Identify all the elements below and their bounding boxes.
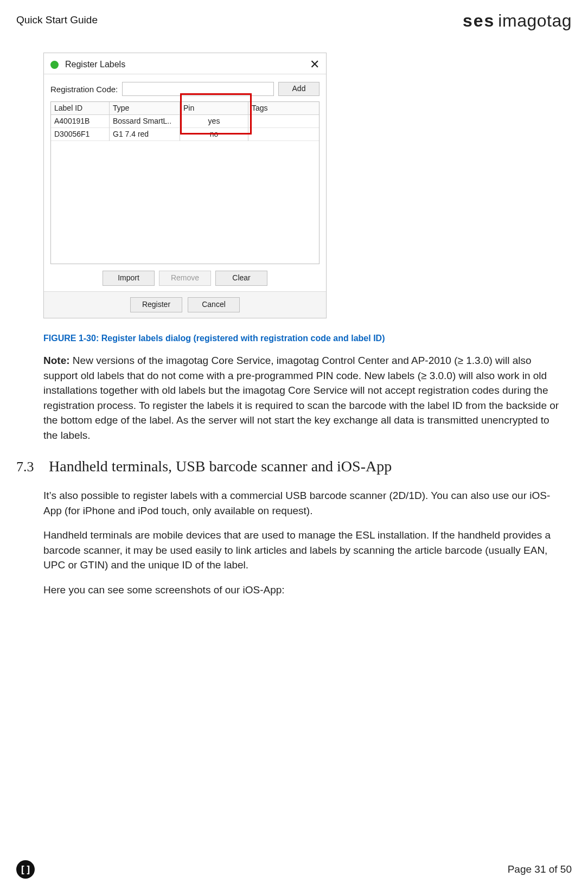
remove-button[interactable]: Remove [159, 271, 211, 286]
section-heading: 7.3 Handheld terminals, USB barcode scan… [43, 458, 566, 475]
col-tags[interactable]: Tags [248, 102, 319, 115]
brand-logo: sesimagotag [463, 11, 572, 31]
note-text: New versions of the imagotag Core Servic… [43, 355, 559, 441]
register-labels-dialog: Register Labels ✕ Registration Code: Add… [43, 53, 327, 318]
logo-ses: ses [463, 11, 495, 30]
body-paragraph: It’s also possible to register labels wi… [43, 488, 566, 518]
note-paragraph: Note: New versions of the imagotag Core … [43, 353, 566, 443]
registration-code-input[interactable] [122, 82, 274, 96]
figure-caption: FIGURE 1-30: Register labels dialog (reg… [43, 334, 566, 343]
table-row[interactable]: A400191B Bossard SmartL.. yes [51, 115, 319, 128]
note-label: Note: [43, 355, 70, 366]
cancel-button[interactable]: Cancel [188, 297, 240, 312]
footer-brackets-icon: [] [16, 860, 35, 879]
section-title: Handheld terminals, USB barcode scanner … [49, 458, 392, 475]
body-paragraph: Here you can see some screenshots of our… [43, 583, 566, 598]
table-row[interactable]: D30056F1 G1 7.4 red no [51, 128, 319, 141]
grid-empty-area [51, 141, 319, 264]
col-label-id[interactable]: Label ID [51, 102, 110, 115]
page-number: Page 31 of 50 [508, 863, 572, 875]
register-button[interactable]: Register [130, 297, 182, 312]
cell-tags [248, 115, 319, 128]
page-content: Register Labels ✕ Registration Code: Add… [16, 53, 572, 598]
cell-type: G1 7.4 red [110, 128, 180, 141]
doc-title: Quick Start Guide [16, 11, 98, 26]
import-button[interactable]: Import [103, 271, 155, 286]
grid-header: Label ID Type Pin Tags [51, 102, 319, 115]
col-pin[interactable]: Pin [180, 102, 248, 115]
labels-grid: Label ID Type Pin Tags A400191B Bossard … [50, 101, 319, 264]
add-button[interactable]: Add [278, 82, 319, 96]
dialog-mid-buttons: Import Remove Clear [50, 264, 319, 291]
dialog-titlebar: Register Labels ✕ [44, 53, 326, 74]
cell-pin: no [180, 128, 248, 141]
dialog-bottom-buttons: Register Cancel [44, 291, 326, 318]
clear-button[interactable]: Clear [215, 271, 267, 286]
status-dot-icon [50, 61, 59, 69]
col-type[interactable]: Type [110, 102, 180, 115]
page-footer: [] Page 31 of 50 [16, 860, 572, 879]
registration-code-row: Registration Code: Add [50, 80, 319, 101]
logo-imagotag: imagotag [498, 11, 572, 30]
body-paragraph: Handheld terminals are mobile devices th… [43, 528, 566, 573]
cell-pin: yes [180, 115, 248, 128]
registration-code-label: Registration Code: [50, 85, 118, 94]
page-header: Quick Start Guide sesimagotag [16, 11, 572, 31]
cell-label-id: D30056F1 [51, 128, 110, 141]
close-icon[interactable]: ✕ [310, 57, 319, 72]
cell-tags [248, 128, 319, 141]
cell-type: Bossard SmartL.. [110, 115, 180, 128]
dialog-body: Registration Code: Add Label ID Type Pin… [44, 74, 326, 291]
cell-label-id: A400191B [51, 115, 110, 128]
dialog-wrapper: Register Labels ✕ Registration Code: Add… [43, 53, 327, 318]
dialog-title: Register Labels [65, 60, 125, 69]
section-number: 7.3 [16, 459, 36, 475]
